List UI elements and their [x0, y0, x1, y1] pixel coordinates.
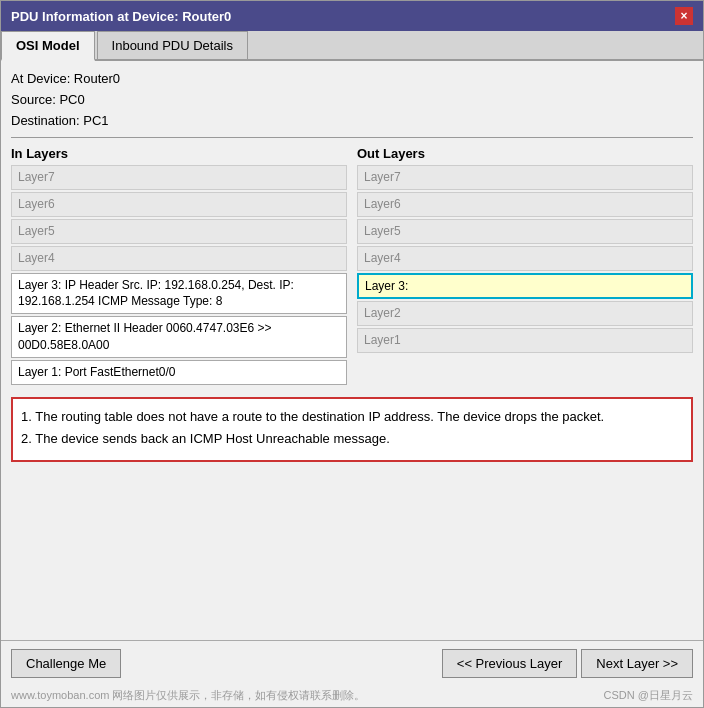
in-layer6[interactable]: Layer6 — [11, 192, 347, 217]
at-device: At Device: Router0 — [11, 69, 693, 90]
window-title: PDU Information at Device: Router0 — [11, 9, 231, 24]
tab-osi[interactable]: OSI Model — [1, 31, 95, 61]
next-layer-button[interactable]: Next Layer >> — [581, 649, 693, 678]
in-layers-label: In Layers — [11, 146, 347, 161]
out-layer7[interactable]: Layer7 — [357, 165, 693, 190]
tab-inbound[interactable]: Inbound PDU Details — [97, 31, 248, 59]
device-info: At Device: Router0 Source: PC0 Destinati… — [11, 69, 693, 138]
out-layer3[interactable]: Layer 3: — [357, 273, 693, 300]
description-box: 1. The routing table does not have a rou… — [11, 397, 693, 463]
out-layers-col: Out Layers Layer7 Layer6 Layer5 Layer4 L… — [357, 146, 693, 386]
in-layer7[interactable]: Layer7 — [11, 165, 347, 190]
out-layer5[interactable]: Layer5 — [357, 219, 693, 244]
out-layers-label: Out Layers — [357, 146, 693, 161]
out-layer4[interactable]: Layer4 — [357, 246, 693, 271]
destination: Destination: PC1 — [11, 111, 693, 132]
prev-layer-button[interactable]: << Previous Layer — [442, 649, 578, 678]
pdu-window: PDU Information at Device: Router0 × OSI… — [0, 0, 704, 708]
layers-section: In Layers Layer7 Layer6 Layer5 Layer4 La… — [11, 146, 693, 386]
in-layer4[interactable]: Layer4 — [11, 246, 347, 271]
source: Source: PC0 — [11, 90, 693, 111]
close-button[interactable]: × — [675, 7, 693, 25]
in-layer5[interactable]: Layer5 — [11, 219, 347, 244]
out-layer6[interactable]: Layer6 — [357, 192, 693, 217]
challenge-me-button[interactable]: Challenge Me — [11, 649, 121, 678]
title-bar: PDU Information at Device: Router0 × — [1, 1, 703, 31]
in-layers-col: In Layers Layer7 Layer6 Layer5 Layer4 La… — [11, 146, 347, 386]
footer: Challenge Me << Previous Layer Next Laye… — [1, 640, 703, 686]
desc-line1: 1. The routing table does not have a rou… — [21, 407, 683, 428]
in-layer1[interactable]: Layer 1: Port FastEthernet0/0 — [11, 360, 347, 385]
in-layer2[interactable]: Layer 2: Ethernet II Header 0060.4747.03… — [11, 316, 347, 358]
watermark-right: CSDN @日星月云 — [604, 688, 693, 703]
out-layer2[interactable]: Layer2 — [357, 301, 693, 326]
watermark: www.toymoban.com 网络图片仅供展示，非存储，如有侵权请联系删除。… — [1, 686, 703, 707]
watermark-left: www.toymoban.com 网络图片仅供展示，非存储，如有侵权请联系删除。 — [11, 688, 365, 703]
layer-nav-group: << Previous Layer Next Layer >> — [442, 649, 693, 678]
out-layer1[interactable]: Layer1 — [357, 328, 693, 353]
tab-bar: OSI Model Inbound PDU Details — [1, 31, 703, 61]
in-layer3[interactable]: Layer 3: IP Header Src. IP: 192.168.0.25… — [11, 273, 347, 315]
desc-line2: 2. The device sends back an ICMP Host Un… — [21, 429, 683, 450]
content-area: At Device: Router0 Source: PC0 Destinati… — [1, 61, 703, 640]
